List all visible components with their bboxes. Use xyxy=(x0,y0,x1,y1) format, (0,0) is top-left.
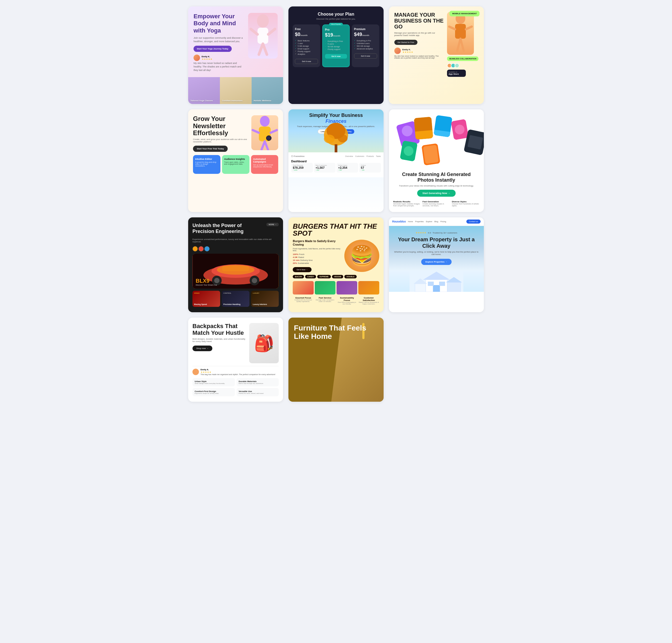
pricing-pro-cta[interactable]: Get it now xyxy=(325,54,347,59)
backpack-cta-button[interactable]: Shop now → xyxy=(192,345,212,351)
mobile-cta-button[interactable]: Get Started for Free xyxy=(394,40,418,45)
burgers-card: BURGERS THAT HIT THE SPOT Burgers Made t… xyxy=(288,217,383,312)
newsletter-person-svg xyxy=(251,115,278,150)
pricing-prem-f2: Unlimited users xyxy=(354,42,377,44)
burgers-cta-button[interactable]: Get it Now → xyxy=(293,267,312,272)
svg-rect-51 xyxy=(433,285,440,292)
svg-point-46 xyxy=(252,278,257,283)
backpack-stars: ★★★★★ xyxy=(201,371,275,374)
burger-photo-2 xyxy=(315,281,335,294)
burger-tag-supreme[interactable]: SUPREME xyxy=(317,275,331,278)
property-cta-button[interactable]: Explore Properties → xyxy=(421,259,452,265)
svg-rect-19 xyxy=(267,136,271,140)
pricing-free-f3: 5 GB storage xyxy=(295,45,318,47)
burger-photo-1 xyxy=(293,281,313,294)
dashboard-nav-tasks[interactable]: Tasks xyxy=(376,155,381,157)
pricing-free-cta[interactable]: Get it now xyxy=(295,59,318,64)
burger-bstat-4-desc: Rated 4.9/5 by thousands of happy custom… xyxy=(358,302,379,305)
burger-bstat-2: Fast Service Average order completion: u… xyxy=(315,296,335,305)
pricing-free-f4: Email support xyxy=(295,48,318,50)
newsletter-feat-2: Audience Insights Track open rates, clic… xyxy=(222,155,250,174)
property-nav-cta-button[interactable]: Contact us xyxy=(466,219,481,223)
pricing-pro-badge: Most Popular xyxy=(329,23,343,25)
aiphotos-feat-1: Realistic Results Generate hyper-realist… xyxy=(393,201,421,207)
mobile-reviewer-avatar xyxy=(394,48,401,54)
dashboard-stat-4-change: ↑ 3% xyxy=(361,169,379,171)
backpack-review-text: This bag has made me organized and styli… xyxy=(201,374,275,375)
backpack-feat-2-title: Durable Materials xyxy=(239,380,277,383)
burger-tag-bacon[interactable]: BACON xyxy=(293,275,304,278)
aiphotos-feat-2: Fast Generation Create stunning visuals … xyxy=(422,201,450,207)
aiphotos-title: Create Stunning AI Generated Photos Inst… xyxy=(393,172,480,183)
pricing-free-f2: 1 user xyxy=(295,42,318,44)
svg-rect-54 xyxy=(447,282,460,292)
pricing-prem-f4: Advanced analytics xyxy=(354,48,377,50)
pricing-pro-f3: 50 GB storage xyxy=(325,45,347,48)
property-nav-explore[interactable]: Explore xyxy=(426,221,432,222)
aiphotos-card: Create Stunning AI Generated Photos Inst… xyxy=(389,109,484,212)
dashboard-stat-3: Active Users +2,354 ↑ 5% xyxy=(337,163,358,172)
property-nav-properties[interactable]: Properties xyxy=(415,221,424,222)
svg-rect-53 xyxy=(439,282,445,286)
svg-line-15 xyxy=(271,130,277,133)
burgers-subtitle: Burgers Made to Satisfy Every Craving xyxy=(293,240,341,246)
cars-main-image: BLX9 Discover Your Dream Car xyxy=(192,254,279,289)
pricing-pro-price: $19/month xyxy=(325,32,347,38)
property-nav-blog[interactable]: Blog xyxy=(434,221,438,222)
pricing-premium-cta[interactable]: Get it now xyxy=(354,53,377,59)
cars-thumb-label-1: Blazing Speed xyxy=(194,303,207,305)
dashboard-nav-customers[interactable]: Customers xyxy=(355,155,364,157)
newsletter-description: Create, send, and grow your audience wit… xyxy=(193,138,248,143)
backpack-reviewer-name: Emily A. xyxy=(201,368,275,371)
svg-line-2 xyxy=(251,29,257,34)
mobile-stars: ★★★★★ xyxy=(403,51,413,53)
yoga-avatar xyxy=(193,54,200,61)
newsletter-feat-1-title: Intuitive Editor xyxy=(195,158,218,160)
app-store-badge[interactable]: Available on App Store xyxy=(447,70,466,77)
burger-bstat-4-title: Customer Satisfaction xyxy=(358,296,379,302)
svg-line-14 xyxy=(253,130,259,133)
svg-line-11 xyxy=(460,39,464,51)
cars-more-button[interactable]: MORE → xyxy=(266,223,279,226)
svg-point-12 xyxy=(260,116,269,126)
burger-tag-double[interactable]: DOUBLE xyxy=(344,275,357,278)
property-nav-home[interactable]: Home xyxy=(408,221,413,222)
pricing-pro-f4: Priority support xyxy=(325,48,347,50)
property-reviews: 4.9 · Trusted by 1k+ customers xyxy=(428,232,457,234)
dashboard-stat-1: Total Revenue $78,259 ↑ 12% xyxy=(291,163,313,172)
dashboard-nav-products[interactable]: Products xyxy=(367,155,374,157)
newsletter-cta-button[interactable]: Start Your Free Trial Today xyxy=(193,146,228,152)
newsletter-card: Grow Your Newsletter Effortlessly Create… xyxy=(188,109,283,212)
cars-card: Unleash the Power of Precision Engineeri… xyxy=(188,217,283,312)
backpack-title: Backpacks That Match Your Hustle xyxy=(192,323,246,336)
svg-line-9 xyxy=(466,27,472,29)
pricing-free-price: $0/month xyxy=(295,32,318,37)
svg-rect-1 xyxy=(257,28,268,44)
burgers-image: 🍔 xyxy=(344,240,379,272)
aiphotos-cta-button[interactable]: Start Generating Now → xyxy=(417,190,456,197)
yoga-cta-button[interactable]: Start Your Yoga Journey Today xyxy=(193,46,232,52)
burger-bstat-3: Sustainability Focus Over 80% of packagi… xyxy=(337,296,357,305)
newsletter-feat-1: Intuitive Editor A powerful drag-and-dro… xyxy=(193,155,220,174)
burgers-title: BURGERS THAT HIT THE SPOT xyxy=(293,223,379,237)
burger-bstat-3-desc: Over 80% of packaging is eco-friendly. xyxy=(337,302,357,305)
yoga-review-text: My skin has never looked so radiant and … xyxy=(193,62,244,72)
cars-thumb-label-2: Precision Handling xyxy=(224,303,240,305)
yoga-title: Empower Your Body and Mind with Yoga xyxy=(193,13,244,34)
property-nav-pricing[interactable]: Pricing xyxy=(440,221,446,222)
svg-point-24 xyxy=(338,134,348,142)
burger-bstat-3-title: Sustainability Focus xyxy=(337,296,357,302)
svg-point-23 xyxy=(324,135,335,143)
aiphotos-scattered-images xyxy=(393,115,480,169)
burger-tag-veggie[interactable]: VEGGIE xyxy=(332,275,344,278)
mobile-reviewer-name: Emily K. xyxy=(403,48,413,51)
property-card: Houseblox Home Properties Explore Blog P… xyxy=(389,217,484,312)
burger-tag-candy[interactable]: CANDY xyxy=(305,275,316,278)
pricing-subtitle: Discover the perfect plan tailored for y… xyxy=(293,18,379,20)
svg-line-3 xyxy=(268,29,275,34)
yoga-thumb-2: Certified Instructors xyxy=(220,77,252,104)
dashboard-nav-overview[interactable]: Overview xyxy=(345,155,353,157)
photo-sky xyxy=(434,115,452,137)
dashboard-stat-2-change: ↑ 8% xyxy=(315,169,334,171)
pricing-title: Choose your Plan xyxy=(293,12,379,17)
